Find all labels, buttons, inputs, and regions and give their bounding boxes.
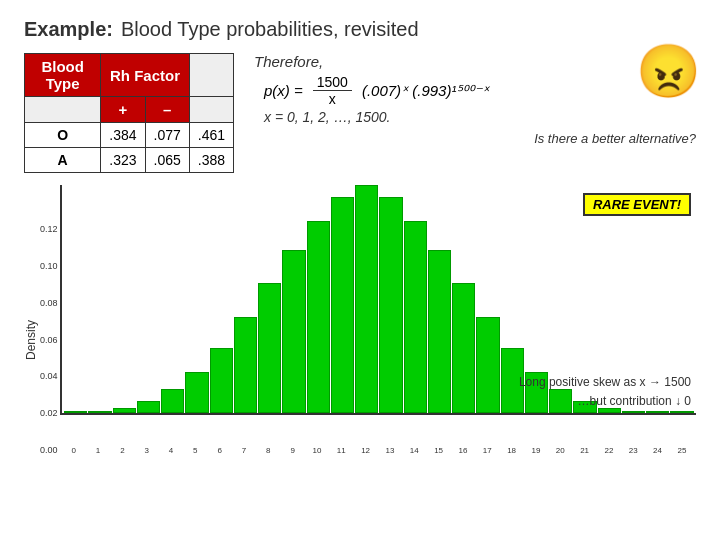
x-label: 15 bbox=[426, 446, 450, 455]
x-label: 5 bbox=[183, 446, 207, 455]
blood-type-header: Blood Type bbox=[25, 54, 101, 97]
row-a-plus: .323 bbox=[101, 148, 145, 173]
y-tick-1: 0.02 bbox=[40, 409, 58, 418]
bar bbox=[646, 411, 669, 413]
blood-type-table: Blood Type Rh Factor + – O .384 bbox=[24, 53, 234, 173]
col-plus-header: + bbox=[101, 97, 145, 123]
x-label: 4 bbox=[159, 446, 183, 455]
bar bbox=[452, 283, 475, 413]
y-tick-4: 0.08 bbox=[40, 299, 58, 308]
formula-line: p(x) = 1500 x (.007)ˣ (.993)¹⁵⁰⁰⁻ˣ bbox=[254, 74, 696, 107]
title-row: Example: Blood Type probabilities, revis… bbox=[24, 18, 696, 41]
x-label: 9 bbox=[280, 446, 304, 455]
x-label: 2 bbox=[110, 446, 134, 455]
row-o-plus: .384 bbox=[101, 123, 145, 148]
therefore-block: Therefore, p(x) = 1500 x (.007)ˣ (.993)¹… bbox=[254, 53, 696, 125]
x-label: 16 bbox=[451, 446, 475, 455]
x-range: x = 0, 1, 2, …, 1500. bbox=[254, 109, 696, 125]
frac-numerator: 1500 bbox=[313, 74, 352, 91]
bar bbox=[598, 408, 621, 413]
x-label: 6 bbox=[208, 446, 232, 455]
bar bbox=[258, 283, 281, 413]
table-row: A .323 .065 .388 bbox=[25, 148, 234, 173]
x-label: 23 bbox=[621, 446, 645, 455]
x-label: 20 bbox=[548, 446, 572, 455]
x-label: 14 bbox=[402, 446, 426, 455]
contribution-annotation: …but contribution ↓ 0 bbox=[578, 394, 691, 408]
bar bbox=[476, 317, 499, 413]
formula-rest: (.007)ˣ (.993)¹⁵⁰⁰⁻ˣ bbox=[362, 82, 490, 100]
x-label: 1 bbox=[86, 446, 110, 455]
y-axis-label: Density bbox=[24, 225, 38, 455]
skew-annotation: Long positive skew as x → 1500 bbox=[519, 375, 691, 389]
left-panel: Blood Type Rh Factor + – O .384 bbox=[24, 53, 234, 173]
rare-event-badge: RARE EVENT! bbox=[583, 193, 691, 216]
x-label: 11 bbox=[329, 446, 353, 455]
x-label: 24 bbox=[645, 446, 669, 455]
bar bbox=[282, 250, 305, 413]
bar bbox=[210, 348, 233, 413]
table-row: O .384 .077 .461 bbox=[25, 123, 234, 148]
x-label: 8 bbox=[256, 446, 280, 455]
title-text: Blood Type probabilities, revisited bbox=[121, 18, 419, 41]
is-there-alternative-text: Is there a better alternative? bbox=[254, 131, 696, 146]
row-o-total: .461 bbox=[189, 123, 233, 148]
example-label: Example: bbox=[24, 18, 113, 41]
frac-denominator: x bbox=[325, 91, 340, 107]
x-labels: 0123456789101112131415161718192021222324… bbox=[60, 444, 696, 455]
bar bbox=[331, 197, 354, 413]
x-label: 12 bbox=[353, 446, 377, 455]
x-label: 21 bbox=[572, 446, 596, 455]
bar bbox=[137, 401, 160, 413]
y-tick-6: 0.12 bbox=[40, 225, 58, 234]
bar bbox=[670, 411, 693, 413]
x-label: 19 bbox=[524, 446, 548, 455]
x-label: 3 bbox=[135, 446, 159, 455]
bar bbox=[622, 411, 645, 413]
row-a-label: A bbox=[25, 148, 101, 173]
emoji-face: 😠 bbox=[636, 45, 696, 105]
bar bbox=[88, 411, 111, 413]
x-label: 10 bbox=[305, 446, 329, 455]
chart-plot: RARE EVENT! Long positive skew as x → 15… bbox=[60, 185, 696, 455]
therefore-text: Therefore, bbox=[254, 53, 696, 70]
bar bbox=[307, 221, 330, 413]
bar bbox=[379, 197, 402, 413]
bar bbox=[355, 185, 378, 413]
px-label: p(x) = bbox=[264, 82, 303, 99]
y-tick-3: 0.06 bbox=[40, 336, 58, 345]
bar bbox=[549, 389, 572, 413]
row-a-minus: .065 bbox=[145, 148, 189, 173]
content-area: Blood Type Rh Factor + – O .384 bbox=[24, 53, 696, 173]
x-label: 17 bbox=[475, 446, 499, 455]
col-minus-header: – bbox=[145, 97, 189, 123]
bar bbox=[234, 317, 257, 413]
bar bbox=[64, 411, 87, 413]
bar bbox=[428, 250, 451, 413]
x-label: 25 bbox=[670, 446, 694, 455]
bar bbox=[113, 408, 136, 413]
y-tick-2: 0.04 bbox=[40, 372, 58, 381]
row-o-label: O bbox=[25, 123, 101, 148]
row-a-total: .388 bbox=[189, 148, 233, 173]
y-tick-5: 0.10 bbox=[40, 262, 58, 271]
bar bbox=[404, 221, 427, 413]
y-tick-0: 0.00 bbox=[40, 446, 58, 455]
rh-factor-header: Rh Factor bbox=[101, 54, 190, 97]
x-label: 7 bbox=[232, 446, 256, 455]
x-label: 0 bbox=[62, 446, 86, 455]
right-panel: Therefore, p(x) = 1500 x (.007)ˣ (.993)¹… bbox=[254, 53, 696, 146]
y-ticks: 0.00 0.02 0.04 0.06 0.08 0.10 0.12 bbox=[40, 225, 58, 455]
x-label: 22 bbox=[597, 446, 621, 455]
bar bbox=[185, 372, 208, 413]
row-o-minus: .077 bbox=[145, 123, 189, 148]
fraction: 1500 x bbox=[313, 74, 352, 107]
chart-container: Density 0.00 0.02 0.04 0.06 0.08 0.10 0.… bbox=[24, 185, 696, 455]
bar bbox=[161, 389, 184, 413]
slide: Example: Blood Type probabilities, revis… bbox=[0, 0, 720, 540]
x-label: 13 bbox=[378, 446, 402, 455]
x-label: 18 bbox=[499, 446, 523, 455]
